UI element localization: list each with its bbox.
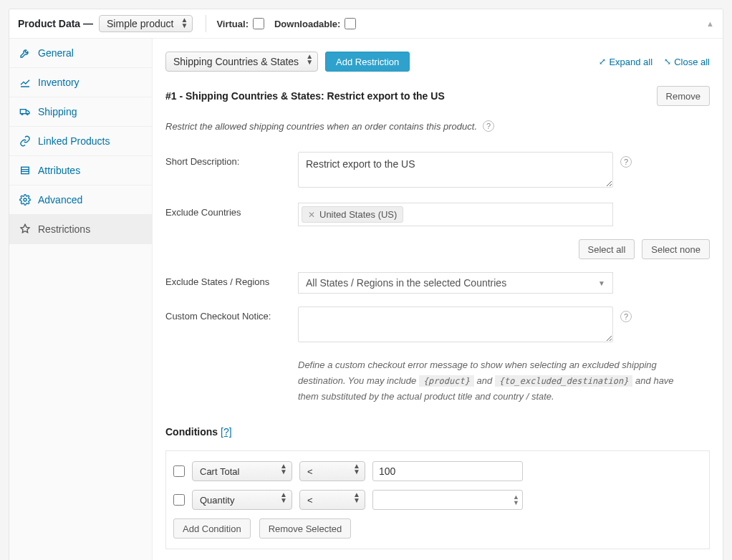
tab-shipping[interactable]: Shipping: [9, 97, 152, 127]
exclude-states-select[interactable]: All States / Regions in the selected Cou…: [298, 272, 613, 294]
separator: [206, 15, 206, 32]
virtual-label: Virtual:: [216, 19, 249, 29]
restriction-title: #1 - Shipping Countries & States: Restri…: [165, 90, 445, 102]
condition-value-stepper[interactable]: ▲▼: [372, 490, 523, 510]
conditions-title: Conditions [?]: [165, 426, 710, 438]
svg-rect-0: [20, 110, 26, 114]
expand-icon: ⤢: [599, 57, 606, 67]
short-description-label: Short Description:: [165, 152, 298, 167]
truck-icon: [19, 106, 31, 117]
downloadable-checkbox-label[interactable]: Downloadable:: [274, 18, 356, 29]
remove-restriction-button[interactable]: Remove: [657, 86, 710, 106]
select-none-button[interactable]: Select none: [642, 239, 710, 259]
tab-attributes[interactable]: Attributes: [9, 156, 152, 185]
conditions-help-link[interactable]: [?]: [221, 426, 232, 438]
exclude-states-row: Exclude States / Regions All States / Re…: [165, 272, 710, 294]
conditions-box: Cart Total ▲▼ < ▲▼ Quantity ▲▼: [165, 450, 710, 549]
content-area: Shipping Countries & States ▲▼ Add Restr…: [153, 39, 723, 560]
virtual-checkbox[interactable]: [253, 18, 264, 29]
stepper-icon[interactable]: ▲▼: [513, 494, 519, 506]
tab-label: Restrictions: [38, 223, 90, 235]
updown-icon: ▲▼: [353, 463, 360, 475]
expand-all-link[interactable]: ⤢Expand all: [599, 57, 652, 67]
downloadable-label: Downloadable:: [274, 19, 340, 29]
virtual-checkbox-label[interactable]: Virtual:: [216, 18, 264, 29]
condition-field-select[interactable]: Quantity ▲▼: [192, 490, 292, 510]
panel-body: General Inventory Shipping Linked Produc…: [9, 39, 723, 560]
product-data-panel: Product Data — Simple product ▲▼ Virtual…: [9, 9, 723, 560]
remove-selected-button[interactable]: Remove Selected: [259, 518, 352, 539]
condition-op: <: [307, 466, 313, 477]
tab-label: Linked Products: [38, 135, 110, 147]
updown-icon: ▲▼: [280, 463, 287, 475]
chart-icon: [19, 77, 31, 88]
condition-field: Cart Total: [200, 466, 239, 477]
custom-notice-label: Custom Checkout Notice:: [165, 306, 298, 322]
code-chip-product: {product}: [419, 375, 474, 387]
help-icon[interactable]: ?: [620, 156, 632, 168]
updown-icon: ▲▼: [181, 17, 188, 29]
product-type-select[interactable]: Simple product ▲▼: [99, 15, 193, 32]
help-icon[interactable]: ?: [620, 311, 632, 322]
restriction-toolbar: Shipping Countries & States ▲▼ Add Restr…: [165, 52, 710, 72]
collapse-icon[interactable]: ▲: [706, 19, 714, 28]
tab-label: General: [38, 47, 74, 59]
tab-inventory[interactable]: Inventory: [9, 68, 152, 97]
tab-restrictions[interactable]: Restrictions: [9, 215, 152, 244]
add-condition-button[interactable]: Add Condition: [173, 518, 251, 539]
condition-row-0: Cart Total ▲▼ < ▲▼: [173, 461, 702, 481]
svg-point-6: [24, 198, 27, 201]
updown-icon: ▲▼: [280, 492, 287, 503]
tabs-sidebar: General Inventory Shipping Linked Produc…: [9, 39, 153, 560]
select-all-button[interactable]: Select all: [579, 239, 635, 259]
condition-op: <: [307, 495, 313, 506]
panel-header: Product Data — Simple product ▲▼ Virtual…: [9, 9, 723, 39]
conditions-label: Conditions: [165, 426, 218, 438]
svg-rect-3: [21, 167, 29, 173]
downloadable-checkbox[interactable]: [345, 18, 356, 29]
exclude-countries-input[interactable]: ✕ United States (US): [298, 203, 613, 226]
restriction-type-value: Shipping Countries & States: [173, 56, 299, 67]
wrench-icon: [19, 47, 31, 59]
exclude-countries-row: Exclude Countries ✕ United States (US): [165, 203, 710, 226]
exclude-countries-label: Exclude Countries: [165, 203, 298, 218]
short-description-row: Short Description: Restrict export to th…: [165, 152, 710, 190]
condition-checkbox[interactable]: [173, 465, 185, 477]
tag-remove-icon[interactable]: ✕: [308, 210, 315, 220]
condition-checkbox[interactable]: [173, 494, 185, 506]
tab-linked-products[interactable]: Linked Products: [9, 127, 152, 156]
condition-op-select[interactable]: < ▲▼: [299, 490, 365, 510]
restriction-type-select[interactable]: Shipping Countries & States ▲▼: [165, 52, 318, 72]
condition-row-1: Quantity ▲▼ < ▲▼ ▲▼: [173, 490, 702, 510]
restriction-header: #1 - Shipping Countries & States: Restri…: [165, 86, 710, 106]
updown-icon: ▲▼: [306, 54, 313, 65]
close-all-link[interactable]: ⤡Close all: [664, 57, 710, 67]
tab-advanced[interactable]: Advanced: [9, 185, 152, 215]
restriction-info: Restrict the allowed shipping countries …: [165, 120, 710, 132]
info-text: Restrict the allowed shipping countries …: [165, 121, 477, 132]
pin-icon: [19, 223, 31, 235]
condition-field-select[interactable]: Cart Total ▲▼: [192, 461, 292, 481]
collapse-icon: ⤡: [664, 57, 671, 67]
condition-op-select[interactable]: < ▲▼: [299, 461, 365, 481]
tab-general[interactable]: General: [9, 39, 152, 68]
custom-notice-row: Custom Checkout Notice: ?: [165, 306, 710, 344]
updown-icon: ▲▼: [353, 492, 360, 503]
exclude-states-value: All States / Regions in the selected Cou…: [306, 277, 506, 289]
exclude-states-label: Exclude States / Regions: [165, 272, 298, 287]
short-description-input[interactable]: Restrict export to the US: [298, 152, 613, 188]
country-select-actions: Select all Select none: [298, 239, 710, 259]
toolbar-links: ⤢Expand all ⤡Close all: [599, 57, 710, 67]
condition-value-input[interactable]: [372, 461, 523, 481]
tag-label: United States (US): [319, 209, 397, 220]
help-icon[interactable]: ?: [483, 120, 494, 132]
custom-notice-input[interactable]: [298, 306, 613, 342]
add-restriction-button[interactable]: Add Restriction: [325, 52, 410, 72]
product-type-value: Simple product: [107, 18, 173, 29]
tab-label: Shipping: [38, 106, 77, 117]
tab-label: Advanced: [38, 194, 82, 206]
tab-label: Attributes: [38, 165, 80, 176]
chevron-down-icon: ▼: [598, 279, 605, 287]
country-tag: ✕ United States (US): [302, 206, 403, 223]
tab-label: Inventory: [38, 77, 80, 88]
